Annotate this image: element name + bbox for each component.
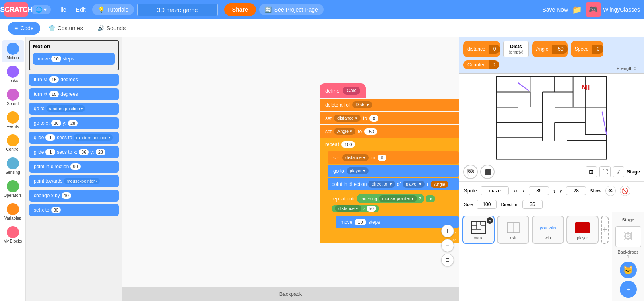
updown-icon: ↕ (553, 188, 556, 194)
save-now-button[interactable]: Save Now (542, 6, 568, 13)
y-input[interactable] (566, 186, 586, 195)
sprite-stage-area: ✕ maze (459, 212, 644, 301)
show-label: Show (590, 188, 601, 193)
project-name-input[interactable] (137, 4, 218, 16)
show-button[interactable]: 👁 (605, 186, 616, 196)
block-go-to-random[interactable]: go to random position ▾ (29, 103, 119, 115)
tab-costumes[interactable]: 👕 Costumes (42, 22, 89, 35)
sprite-thumb-maze[interactable]: ✕ maze (462, 216, 495, 244)
sprite-info: Sprite ↔ x ↕ y Show 👁 🚫 Size Direction (459, 182, 644, 212)
blocks-panel: Motion move 10 steps turn ↻ 15 degrees t… (26, 37, 122, 301)
control-circle (7, 134, 19, 146)
add-backdrop-button[interactable]: 🐱 (620, 262, 637, 278)
events-circle (7, 111, 19, 124)
block-move[interactable]: move 10 steps (33, 53, 115, 65)
zoom-in-button[interactable]: + (441, 225, 454, 237)
sprite-thumb-exit[interactable]: exit (497, 216, 529, 244)
stop-icon: ⬛ (484, 169, 491, 175)
hide-button[interactable]: 🚫 (620, 186, 630, 196)
sounds-icon: 🔊 (97, 25, 104, 31)
block-change-x[interactable]: change x by 10 (29, 190, 119, 202)
block-set-x[interactable]: set x to 36 (29, 204, 119, 216)
add-sprite-button[interactable]: + (601, 216, 609, 244)
sprite-label: Sprite (464, 188, 477, 194)
category-variables[interactable]: Variables (2, 201, 24, 223)
block-turn-ccw[interactable]: turn ↺ 15 degrees (29, 88, 119, 100)
var-angle: Angle -50 (532, 41, 568, 57)
language-button[interactable]: 🌐 ▾ (31, 5, 51, 14)
edit-menu[interactable]: Edit (73, 5, 89, 14)
motion-circle (7, 43, 19, 55)
chevron-down-icon: ▾ (355, 115, 357, 120)
code-canvas[interactable]: define Calc delete all of Dists ▾ set di… (122, 37, 459, 287)
sprite-img-player (572, 220, 592, 236)
block-set-distance-inner[interactable]: set distance ▾ to 0 (328, 151, 459, 164)
category-control[interactable]: Control (2, 132, 24, 154)
block-turn-cw[interactable]: turn ↻ 15 degrees (29, 74, 119, 86)
folder-button[interactable]: 📁 (572, 5, 582, 14)
block-point-direction[interactable]: point in direction direction ▾ of player… (328, 178, 459, 190)
green-flag-icon: 🏁 (466, 168, 475, 176)
variables-area: distance 0 Dists (empty) Angle -50 Speed… (459, 37, 644, 74)
chevron-down-icon: ▾ (419, 181, 421, 186)
looks-circle (7, 66, 19, 78)
small-stage-button[interactable]: ⊡ (586, 166, 597, 177)
block-go-to-xy[interactable]: go to x: 36 y: 28 (29, 117, 119, 129)
block-point-direction[interactable]: point in direction 90 (29, 161, 119, 173)
add-sprite-fab[interactable]: + (620, 281, 637, 298)
block-repeat[interactable]: repeat 100 set distance ▾ to 0 (320, 138, 459, 243)
category-looks[interactable]: Looks (2, 63, 24, 85)
code-icon: ≡ (14, 25, 18, 31)
secondary-nav: ≡ Code 👕 Costumes 🔊 Sounds (0, 19, 644, 37)
chevron-down-icon: ▾ (356, 206, 358, 211)
green-flag-button[interactable]: 🏁 (463, 165, 478, 179)
tab-sounds[interactable]: 🔊 Sounds (91, 22, 132, 35)
see-project-button[interactable]: 🔄 See Project Page (259, 4, 324, 15)
sprite-name-exit: exit (510, 236, 516, 240)
tab-code[interactable]: ≡ Code (8, 22, 40, 35)
block-move-inner[interactable]: move 10 steps (336, 216, 459, 228)
formula-area: + length 0 = (617, 66, 640, 71)
var-distance: distance 0 (463, 41, 500, 57)
svg-line-22 (602, 112, 607, 135)
block-set-angle[interactable]: set Angle ▾ to -50 (320, 125, 459, 138)
block-go-to-player[interactable]: go to player ▾ (328, 165, 459, 177)
category-motion[interactable]: Motion (2, 40, 24, 62)
chevron-down-icon: ▾ (350, 129, 352, 134)
code-area: define Calc delete all of Dists ▾ set di… (122, 37, 459, 301)
sprite-list: ✕ maze (459, 212, 612, 301)
category-events[interactable]: Events (2, 109, 24, 131)
stop-button[interactable]: ⬛ (480, 165, 495, 179)
file-menu[interactable]: File (54, 5, 70, 14)
chevron-down-icon: ▾ (367, 102, 369, 107)
block-repeat-until[interactable]: repeat until touching mouse-pointer ▾ ? … (328, 191, 459, 235)
size-input[interactable] (477, 200, 497, 209)
direction-input[interactable] (522, 200, 543, 209)
category-my-blocks[interactable]: My Blocks (2, 224, 24, 246)
sprite-thumb-win[interactable]: you win win (532, 216, 564, 244)
category-sensing[interactable]: Sensing (2, 155, 24, 177)
tutorials-button[interactable]: 💡 Tutorials (92, 4, 134, 15)
zoom-out-button[interactable]: − (441, 239, 454, 252)
full-stage-button[interactable]: ⛶ (599, 166, 611, 177)
scratch-logo[interactable]: SCRATCH (4, 2, 28, 17)
block-set-distance[interactable]: set distance ▾ to 0 (320, 112, 459, 124)
block-point-towards[interactable]: point towards mouse-pointer ▾ (29, 175, 119, 187)
category-operators[interactable]: Operators (2, 178, 24, 200)
chevron-down-icon: ▾ (109, 136, 110, 140)
x-input[interactable] (529, 186, 549, 195)
define-block[interactable]: define Calc (320, 83, 366, 98)
block-glide-random[interactable]: glide 1 secs to random position ▾ (29, 132, 119, 144)
fit-button[interactable]: ⊡ (441, 254, 454, 266)
sprite-thumb-player[interactable]: player (566, 216, 599, 244)
fullscreen-button[interactable]: ⤢ (613, 166, 624, 177)
sprite-name-input[interactable] (481, 186, 509, 195)
category-sound[interactable]: Sound (2, 86, 24, 108)
sensing-circle (7, 157, 19, 169)
share-button[interactable]: Share (224, 3, 256, 16)
backpack-bar[interactable]: Backpack (122, 287, 459, 301)
block-glide-xy[interactable]: glide 1 secs to x: 36 y: 28 (29, 146, 119, 158)
user-area[interactable]: 🎮 WlingyClasses (586, 2, 640, 17)
block-delete-all[interactable]: delete all of Dists ▾ (320, 99, 459, 111)
delete-sprite-icon[interactable]: ✕ (487, 217, 493, 224)
